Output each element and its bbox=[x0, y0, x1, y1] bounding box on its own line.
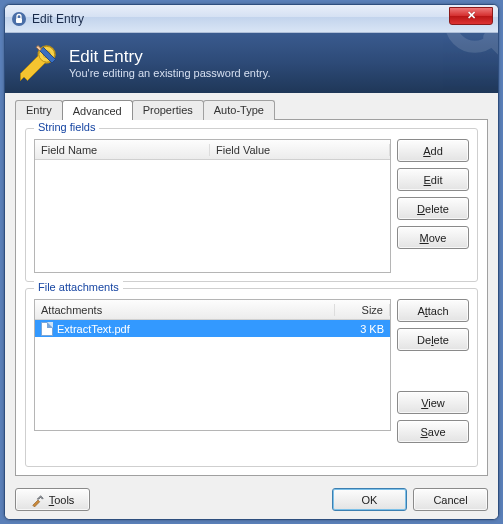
groupbox-attachments: File attachments Attachments Size Extrac… bbox=[25, 288, 478, 467]
attachment-size: 3 KB bbox=[335, 323, 390, 335]
cancel-button[interactable]: Cancel bbox=[413, 488, 488, 511]
hammer-icon bbox=[31, 493, 45, 507]
close-icon: ✕ bbox=[467, 9, 476, 21]
col-field-value[interactable]: Field Value bbox=[210, 144, 390, 156]
tab-properties[interactable]: Properties bbox=[132, 100, 204, 120]
delete-attachment-button[interactable]: Delete bbox=[397, 328, 469, 351]
tab-strip: Entry Advanced Properties Auto-Type bbox=[15, 100, 488, 120]
tools-button[interactable]: Tools bbox=[15, 488, 90, 511]
attachments-list[interactable]: Attachments Size ExtractText.pdf 3 KB bbox=[34, 299, 391, 431]
attachment-row[interactable]: ExtractText.pdf 3 KB bbox=[35, 320, 390, 337]
tools-label-u: T bbox=[49, 494, 55, 506]
col-size[interactable]: Size bbox=[335, 304, 390, 316]
close-button[interactable]: ✕ bbox=[449, 7, 493, 25]
tab-autotype[interactable]: Auto-Type bbox=[203, 100, 275, 120]
string-fields-buttons: Add Edit Delete Move bbox=[397, 139, 469, 273]
string-fields-body bbox=[35, 160, 390, 272]
tab-advanced[interactable]: Advanced bbox=[62, 100, 133, 120]
save-attachment-button[interactable]: Save bbox=[397, 420, 469, 443]
col-attachments[interactable]: Attachments bbox=[35, 304, 335, 316]
window-title: Edit Entry bbox=[32, 12, 84, 26]
attach-button[interactable]: Attach bbox=[397, 299, 469, 322]
string-fields-header: Field Name Field Value bbox=[35, 140, 390, 160]
attachment-name: ExtractText.pdf bbox=[57, 323, 130, 335]
tab-entry[interactable]: Entry bbox=[15, 100, 63, 120]
move-button[interactable]: Move bbox=[397, 226, 469, 249]
svg-rect-1 bbox=[16, 18, 22, 23]
attachments-legend: File attachments bbox=[34, 281, 123, 293]
lock-icon bbox=[11, 11, 27, 27]
view-button[interactable]: View bbox=[397, 391, 469, 414]
delete-string-button[interactable]: Delete bbox=[397, 197, 469, 220]
string-fields-list[interactable]: Field Name Field Value bbox=[34, 139, 391, 273]
attachments-body: ExtractText.pdf 3 KB bbox=[35, 320, 390, 430]
header-subtitle: You're editing an existing password entr… bbox=[69, 67, 270, 79]
col-field-name[interactable]: Field Name bbox=[35, 144, 210, 156]
add-button[interactable]: Add bbox=[397, 139, 469, 162]
key-bg-icon bbox=[436, 33, 498, 93]
attachments-buttons: Attach Delete View Save bbox=[397, 299, 469, 458]
tabpane-advanced: String fields Field Name Field Value Add… bbox=[15, 119, 488, 476]
edit-button[interactable]: Edit bbox=[397, 168, 469, 191]
content-area: Entry Advanced Properties Auto-Type Stri… bbox=[5, 93, 498, 480]
dialog-footer: Tools OK Cancel bbox=[5, 480, 498, 519]
title-bar: Edit Entry ✕ bbox=[5, 5, 498, 33]
groupbox-string-fields: String fields Field Name Field Value Add… bbox=[25, 128, 478, 282]
file-icon bbox=[41, 322, 53, 336]
ok-button[interactable]: OK bbox=[332, 488, 407, 511]
key-pencil-icon bbox=[17, 42, 59, 84]
dialog-header: Edit Entry You're editing an existing pa… bbox=[5, 33, 498, 93]
string-fields-legend: String fields bbox=[34, 121, 99, 133]
attachments-header: Attachments Size bbox=[35, 300, 390, 320]
edit-entry-window: Edit Entry ✕ Edit Entry You're editing a… bbox=[4, 4, 499, 520]
header-title: Edit Entry bbox=[69, 47, 270, 67]
